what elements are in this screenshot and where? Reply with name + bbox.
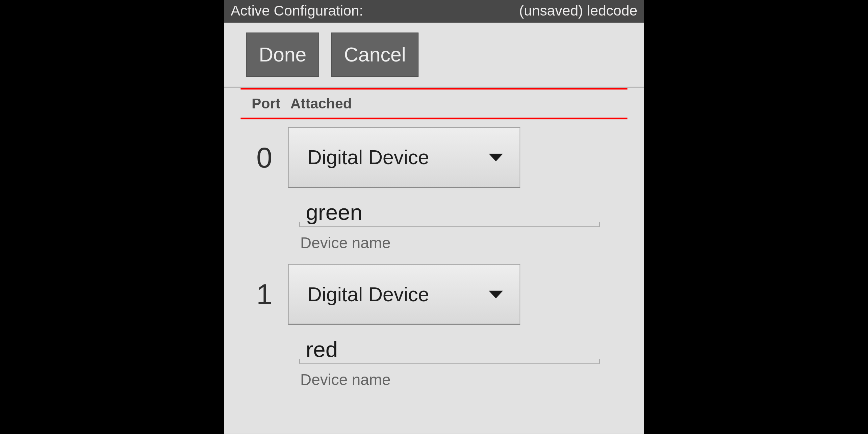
device-name-block: Device name — [240, 325, 627, 393]
chevron-down-icon — [489, 290, 503, 298]
input-wrap — [299, 336, 600, 364]
table-header-section: Port Attached — [224, 88, 644, 119]
device-name-input[interactable] — [299, 199, 600, 227]
input-wrap — [299, 199, 600, 227]
status-bar: Active Configuration: (unsaved) ledcode — [224, 0, 644, 23]
table-header: Port Attached — [240, 90, 627, 118]
chevron-down-icon — [489, 153, 503, 161]
device-name-block: Device name — [240, 188, 627, 256]
column-header-port: Port — [252, 95, 280, 112]
app-frame: Active Configuration: (unsaved) ledcode … — [224, 0, 644, 434]
dropdown-label: Digital Device — [307, 283, 429, 306]
done-button[interactable]: Done — [246, 33, 319, 77]
port-row: 0 Digital Device — [240, 119, 627, 188]
device-name-label: Device name — [299, 227, 600, 252]
svg-marker-1 — [489, 290, 503, 298]
dropdown-label: Digital Device — [307, 146, 429, 169]
button-row: Done Cancel — [224, 23, 644, 88]
device-name-label: Device name — [299, 363, 600, 389]
device-type-dropdown[interactable]: Digital Device — [288, 264, 520, 325]
active-config-name: (unsaved) ledcode — [519, 2, 637, 20]
device-type-dropdown[interactable]: Digital Device — [288, 127, 520, 188]
column-header-attached: Attached — [290, 95, 352, 112]
cancel-button[interactable]: Cancel — [331, 33, 419, 77]
port-number: 0 — [254, 141, 275, 174]
port-number: 1 — [254, 278, 275, 311]
port-row: 1 Digital Device — [240, 256, 627, 325]
svg-marker-0 — [489, 153, 503, 161]
device-name-input[interactable] — [299, 336, 600, 364]
port-list: 0 Digital Device Device name 1 Digital D… — [224, 119, 644, 393]
active-config-label: Active Configuration: — [231, 2, 363, 20]
